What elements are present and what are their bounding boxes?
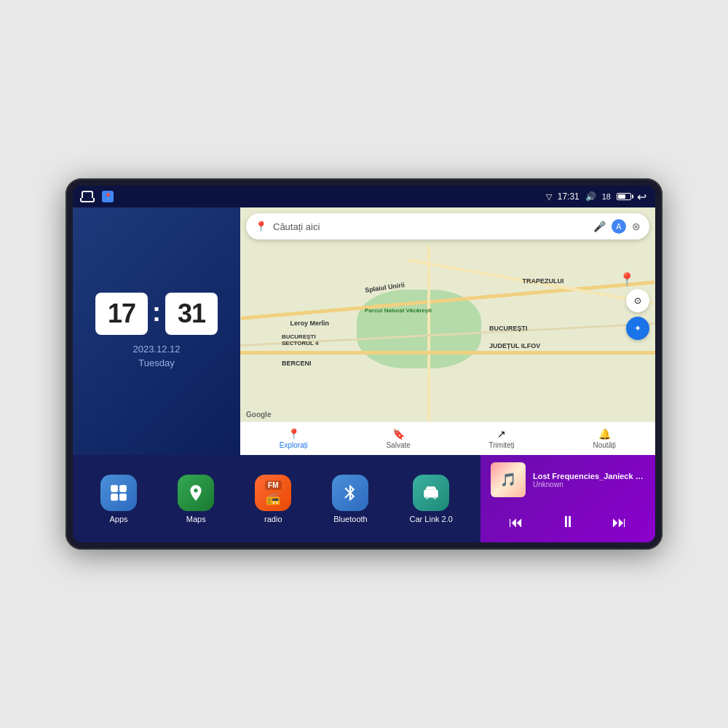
map-search-bar[interactable]: 📍 Căutați aici 🎤 A ⊛ <box>246 213 649 240</box>
status-bar: 📍 ▽ 17:31 🔊 18 ↩ <box>73 186 655 207</box>
svg-rect-2 <box>111 494 118 501</box>
map-background: TRAPEZULUI BUCUREȘTI JUDEȚUL ILFOV Parcu… <box>240 245 655 422</box>
map-label-berceni: BERCENI <box>282 360 312 367</box>
map-destination-marker: 📍 <box>619 272 635 288</box>
svg-rect-3 <box>119 494 127 501</box>
status-right: ▽ 17:31 🔊 18 ↩ <box>546 190 646 204</box>
battery-icon <box>617 193 631 200</box>
compass-button[interactable]: ⊙ <box>626 289 649 312</box>
bluetooth-icon <box>332 475 368 511</box>
map-widget[interactable]: 📍 Căutați aici 🎤 A ⊛ <box>240 207 655 455</box>
music-artist: Unknown <box>533 480 645 488</box>
carlink-icon <box>413 475 449 511</box>
car-display-device: 📍 ▽ 17:31 🔊 18 ↩ 17 <box>66 178 662 550</box>
app-item-apps[interactable]: Apps <box>100 475 137 523</box>
app-item-radio[interactable]: FM 📻 radio <box>255 475 291 523</box>
map-bottom-tabs: 📍 Explorați 🔖 Salvate ↗ Trimiteți 🔔 <box>240 422 655 455</box>
map-label-bucuresti: BUCUREȘTI <box>489 325 528 332</box>
clock-date: 2023.12.12 Tuesday <box>132 342 180 371</box>
app-shortcuts: Apps Maps FM 📻 <box>73 455 480 542</box>
music-text: Lost Frequencies_Janieck Devy-... Unknow… <box>533 472 645 488</box>
app-item-maps[interactable]: Maps <box>178 475 214 523</box>
svg-rect-1 <box>119 485 127 492</box>
map-search-placeholder[interactable]: Căutați aici <box>273 221 587 232</box>
tab-noutati[interactable]: 🔔 Noutăți <box>593 428 616 449</box>
clock-widget: 17 : 31 2023.12.12 Tuesday <box>73 207 240 455</box>
svg-point-8 <box>435 496 436 498</box>
svg-point-7 <box>427 496 428 498</box>
layers-icon[interactable]: ⊛ <box>632 221 641 232</box>
carlink-label: Car Link 2.0 <box>410 515 453 523</box>
signal-icon: ▽ <box>546 192 552 202</box>
map-search-pin-icon: 📍 <box>255 221 267 232</box>
next-button[interactable]: ⏭ <box>606 509 633 535</box>
maps-status-icon: 📍 <box>102 191 114 202</box>
battery-level: 18 <box>602 192 611 201</box>
map-label-ilfov: JUDEȚUL ILFOV <box>489 342 540 349</box>
play-pause-button[interactable]: ⏸ <box>555 509 581 535</box>
music-title: Lost Frequencies_Janieck Devy-... <box>533 472 645 480</box>
music-player: 🎵 Lost Frequencies_Janieck Devy-... Unkn… <box>480 455 655 542</box>
tab-salvate[interactable]: 🔖 Salvate <box>386 428 410 449</box>
radio-label: radio <box>264 515 282 523</box>
apps-icon <box>100 475 137 511</box>
time-display: 17:31 <box>558 191 579 202</box>
map-label-sector4: BUCUREȘTISECTORUL 4 <box>282 333 318 347</box>
maps-icon <box>178 475 214 511</box>
screen: 📍 ▽ 17:31 🔊 18 ↩ 17 <box>73 186 655 542</box>
bottom-section: Apps Maps FM 📻 <box>73 455 655 542</box>
album-art: 🎵 <box>491 462 526 497</box>
music-info: 🎵 Lost Frequencies_Janieck Devy-... Unkn… <box>491 462 645 497</box>
navigation-button[interactable]: ✦ <box>626 317 649 340</box>
clock-hour: 17 <box>95 293 148 335</box>
maps-label: Maps <box>186 515 206 523</box>
prev-button[interactable]: ⏮ <box>503 509 529 535</box>
svg-rect-0 <box>111 485 118 492</box>
tab-explorati[interactable]: 📍 Explorați <box>280 428 308 449</box>
map-controls: ⊙ ✦ <box>626 289 649 340</box>
bluetooth-label: Bluetooth <box>333 515 367 523</box>
app-item-carlink[interactable]: Car Link 2.0 <box>410 475 453 523</box>
main-content: 17 : 31 2023.12.12 Tuesday 📍 Căutați aic… <box>73 207 655 542</box>
map-label-trapezului: TRAPEZULUI <box>523 277 564 285</box>
google-logo: Google <box>246 411 271 419</box>
account-icon[interactable]: A <box>612 219 626 234</box>
tab-trimiteti[interactable]: ↗ Trimiteți <box>489 428 515 449</box>
music-controls: ⏮ ⏸ ⏭ <box>491 509 645 535</box>
radio-icon: FM 📻 <box>255 475 291 511</box>
map-label-leroy: Leroy Merlin <box>290 320 329 327</box>
clock-display: 17 : 31 <box>95 293 218 335</box>
top-section: 17 : 31 2023.12.12 Tuesday 📍 Căutați aic… <box>73 207 655 455</box>
app-item-bluetooth[interactable]: Bluetooth <box>332 475 368 523</box>
map-label-parcul: Parcul Natural Văcărești <box>365 307 432 314</box>
back-button[interactable]: ↩ <box>637 190 646 204</box>
clock-minute: 31 <box>165 293 218 335</box>
volume-icon: 🔊 <box>585 191 596 202</box>
mic-icon[interactable]: 🎤 <box>593 221 606 232</box>
clock-colon: : <box>152 297 161 328</box>
apps-label: Apps <box>110 515 128 523</box>
status-left: 📍 <box>82 191 114 202</box>
